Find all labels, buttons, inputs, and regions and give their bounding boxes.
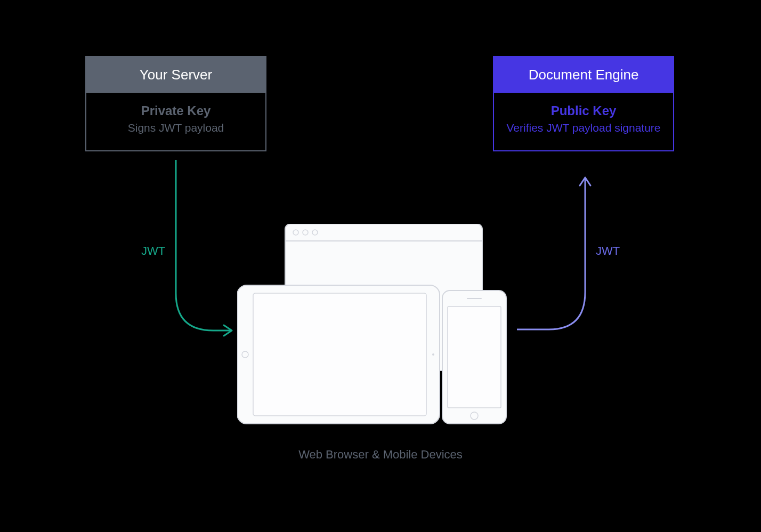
document-engine-title: Document Engine xyxy=(494,57,673,93)
public-key-title: Public Key xyxy=(501,103,666,118)
svg-rect-10 xyxy=(448,307,501,408)
arrow-server-to-devices-icon xyxy=(165,160,245,341)
public-key-desc: Verifies JWT payload signature xyxy=(501,120,666,135)
phone-icon xyxy=(442,291,506,424)
private-key-desc: Signs JWT payload xyxy=(94,120,258,135)
private-key-title: Private Key xyxy=(94,103,258,118)
server-box-body: Private Key Signs JWT payload xyxy=(86,93,265,150)
devices-illustration xyxy=(237,224,517,426)
arrow-right-label: JWT xyxy=(596,244,620,258)
server-box: Your Server Private Key Signs JWT payloa… xyxy=(85,56,266,151)
devices-caption: Web Browser & Mobile Devices xyxy=(298,448,463,462)
document-engine-box: Document Engine Public Key Verifies JWT … xyxy=(493,56,674,151)
arrow-left-label: JWT xyxy=(141,244,165,258)
svg-rect-6 xyxy=(253,293,426,416)
tablet-icon xyxy=(237,285,440,424)
jwt-flow-diagram: Your Server Private Key Signs JWT payloa… xyxy=(0,0,761,532)
arrow-devices-to-engine-icon xyxy=(517,170,602,345)
server-box-title: Your Server xyxy=(86,57,265,93)
svg-point-8 xyxy=(432,353,434,356)
document-engine-body: Public Key Verifies JWT payload signatur… xyxy=(494,93,673,150)
